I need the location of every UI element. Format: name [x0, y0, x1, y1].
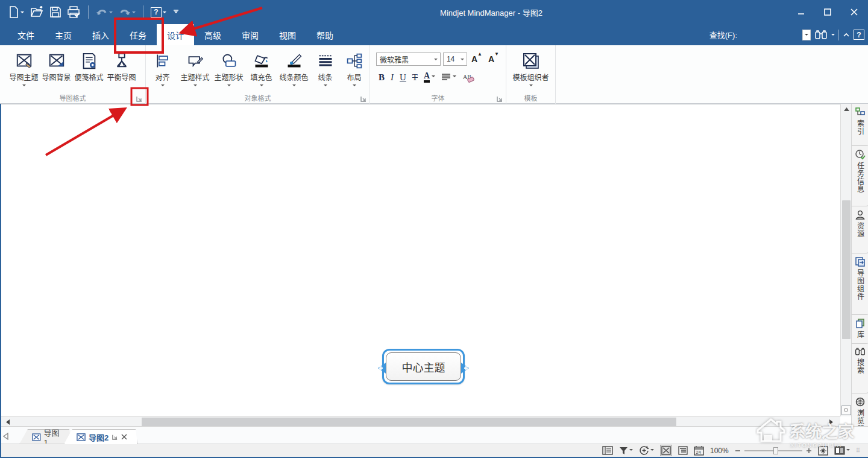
sidebar-tab-resources[interactable]: 资源	[852, 206, 868, 253]
map-format-dialog-launcher[interactable]	[136, 94, 143, 101]
zoom-in-icon[interactable]	[806, 448, 812, 454]
font-color-dropdown[interactable]	[432, 75, 435, 79]
add-topic-button[interactable]	[639, 445, 654, 456]
map-canvas[interactable]: 中心主题	[1, 104, 840, 416]
save-button[interactable]	[48, 5, 63, 19]
template-organizer-button[interactable]: 模板组织者	[510, 50, 552, 88]
clear-format-icon[interactable]: AB	[462, 72, 474, 83]
undo-button[interactable]	[95, 6, 114, 18]
font-family-select[interactable]: 微软雅黑	[376, 52, 441, 66]
font-size-dropdown[interactable]	[458, 57, 467, 62]
sidebar-tab-search[interactable]: 搜索	[852, 344, 868, 393]
font-color-button[interactable]: A	[424, 72, 435, 83]
close-tab-button[interactable]	[121, 433, 127, 442]
new-document-button[interactable]	[7, 5, 25, 19]
vertical-scroll-thumb[interactable]	[842, 200, 851, 339]
sidebar-tab-library[interactable]: 库	[852, 315, 868, 344]
topic-style-dropdown[interactable]	[193, 84, 197, 88]
find-input-dropdown[interactable]	[802, 30, 811, 40]
font-dialog-launcher[interactable]	[496, 94, 503, 101]
scroll-left-arrow[interactable]	[1, 417, 14, 427]
zoom-out-icon[interactable]	[735, 448, 741, 454]
topic-shape-dropdown[interactable]	[227, 84, 231, 88]
float-tab-icon[interactable]	[112, 434, 118, 441]
presentation-button[interactable]	[834, 446, 850, 455]
align-button[interactable]: 对齐	[147, 50, 178, 88]
zoom-slider[interactable]	[735, 448, 812, 454]
horizontal-scrollbar[interactable]	[1, 416, 840, 426]
alignment-button[interactable]	[441, 73, 456, 81]
template-organizer-dropdown[interactable]	[529, 84, 533, 88]
balance-map-button[interactable]: 平衡导图	[105, 50, 138, 89]
ribbon-help-icon[interactable]: ?	[854, 30, 864, 40]
new-document-dropdown[interactable]	[20, 11, 24, 15]
fit-map-button[interactable]	[818, 446, 828, 456]
help-dropdown[interactable]	[163, 11, 166, 15]
close-button[interactable]	[845, 4, 863, 20]
scroll-right-arrow[interactable]	[825, 417, 838, 427]
resize-grip[interactable]: ⠿	[856, 447, 861, 454]
layout-button[interactable]: 布局	[340, 50, 369, 88]
bold-button[interactable]: B	[379, 72, 385, 83]
sidebar-tab-map-parts[interactable]: 导图组件	[852, 253, 868, 315]
object-format-dialog-launcher[interactable]	[360, 94, 367, 101]
topic-style-button[interactable]: 主题样式	[178, 50, 212, 88]
shrink-font-button[interactable]: A▼	[486, 54, 501, 64]
tab-insert[interactable]: 插入	[82, 24, 119, 45]
layout-dropdown[interactable]	[353, 84, 356, 88]
help-button[interactable]: ?	[149, 6, 168, 19]
sidebar-overflow-chevron[interactable]	[857, 408, 865, 416]
zoom-slider-track[interactable]	[744, 450, 802, 451]
find-options-dropdown[interactable]	[831, 34, 835, 37]
fill-color-dropdown[interactable]	[260, 84, 263, 88]
schedule-view-button[interactable]: 24	[694, 446, 704, 456]
tab-home[interactable]: 主页	[45, 24, 82, 45]
central-topic[interactable]: 中心主题	[386, 352, 461, 381]
map-background-button[interactable]: 导图背景	[40, 50, 73, 89]
horizontal-scroll-thumb[interactable]	[142, 418, 676, 426]
doc-tab-map2[interactable]: 导图2	[64, 429, 137, 444]
line-color-button[interactable]: 线条颜色	[277, 50, 311, 88]
zoom-level[interactable]: 100%	[710, 447, 729, 455]
font-family-dropdown[interactable]	[432, 57, 440, 62]
map-view-button[interactable]	[660, 445, 672, 456]
note-format-button[interactable]: 便笺格式	[73, 50, 105, 89]
alignment-dropdown[interactable]	[453, 75, 456, 79]
zoom-slider-thumb[interactable]	[773, 447, 778, 454]
add-subtopic-right-handle[interactable]	[461, 361, 471, 375]
outline-view-button[interactable]	[678, 446, 688, 455]
maximize-button[interactable]	[819, 4, 837, 20]
topic-info-card-button[interactable]	[602, 446, 613, 455]
vertical-scrollbar[interactable]	[840, 104, 851, 416]
filter-button[interactable]	[619, 447, 633, 455]
sidebar-tab-task-info[interactable]: 任务信息	[852, 146, 868, 206]
italic-button[interactable]: I	[391, 72, 394, 83]
undo-dropdown[interactable]	[109, 11, 113, 15]
tab-design[interactable]: 设计	[157, 24, 194, 45]
scroll-up-arrow[interactable]	[841, 104, 852, 115]
redo-dropdown[interactable]	[132, 11, 136, 15]
binoculars-icon[interactable]	[814, 30, 828, 40]
underline-button[interactable]: U	[400, 72, 406, 83]
fill-color-button[interactable]: 填充色	[246, 50, 277, 88]
font-size-select[interactable]: 14	[443, 52, 467, 66]
line-color-dropdown[interactable]	[292, 84, 296, 88]
tab-view[interactable]: 视图	[269, 24, 306, 45]
tab-task[interactable]: 任务	[119, 24, 157, 45]
collapse-ribbon-icon[interactable]	[843, 32, 850, 38]
tab-advanced[interactable]: 高级	[194, 24, 231, 45]
tab-review[interactable]: 审阅	[231, 24, 269, 45]
strikethrough-button[interactable]: T	[412, 72, 418, 83]
line-dropdown[interactable]	[324, 84, 327, 88]
open-file-button[interactable]	[29, 5, 45, 19]
customize-qat-button[interactable]	[171, 7, 181, 17]
sidebar-tab-index[interactable]: 索引	[852, 104, 868, 146]
add-subtopic-left-handle[interactable]	[376, 361, 386, 375]
tab-file[interactable]: 文件	[7, 24, 45, 45]
tab-scroll-left-button[interactable]	[2, 431, 8, 442]
align-dropdown[interactable]	[161, 84, 165, 88]
map-theme-button[interactable]: 导图主题	[8, 50, 40, 88]
filter-dropdown[interactable]	[629, 449, 633, 453]
presentation-dropdown[interactable]	[846, 449, 850, 453]
minimize-button[interactable]	[792, 4, 810, 20]
